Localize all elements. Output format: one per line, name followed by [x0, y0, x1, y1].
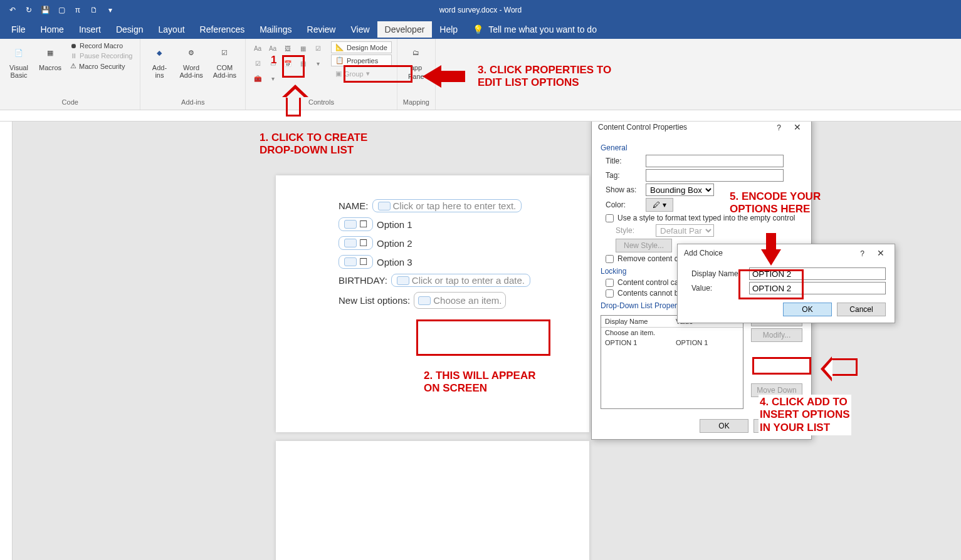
lightbulb-icon: 💡: [473, 24, 483, 34]
properties-icon: 📋: [335, 56, 344, 65]
tab-view[interactable]: View: [343, 21, 377, 38]
ribbon-group-controls: Aa Aa 🖼 ▦ ☑ ☑ ▭ 📅 ▤ ▾ 🧰 ▾ 📐Design Mode 📋…: [246, 39, 397, 110]
legacy-tools-drop-icon[interactable]: ▾: [266, 71, 280, 85]
option2-row: ☐Option 2: [339, 236, 577, 250]
remove-checkbox[interactable]: [606, 255, 614, 263]
style-label: Style:: [616, 226, 651, 235]
option3-checkbox[interactable]: ☐: [339, 255, 373, 269]
cc-handle-icon: [378, 202, 391, 210]
tab-help[interactable]: Help: [432, 21, 465, 38]
option2-checkbox[interactable]: ☐: [339, 236, 373, 250]
horizontal-ruler[interactable]: [0, 110, 961, 122]
repeating-control-icon[interactable]: ▤: [296, 56, 310, 70]
addins-button[interactable]: ◆Add- ins: [145, 41, 173, 80]
tab-developer[interactable]: Developer: [377, 21, 433, 38]
save-icon[interactable]: 💾: [39, 4, 51, 16]
richtext-control-icon[interactable]: Aa: [251, 41, 265, 55]
date-control-icon[interactable]: 📅: [281, 56, 295, 70]
macro-security-button[interactable]: ⚠Macro Security: [68, 61, 135, 71]
tab-references[interactable]: References: [192, 21, 253, 38]
birthday-content-control[interactable]: Click or tap to enter a date.: [391, 274, 530, 287]
macros-button[interactable]: ▦Macros: [35, 41, 65, 73]
name-content-control[interactable]: Click or tap here to enter text.: [372, 199, 522, 212]
title-input[interactable]: [646, 155, 784, 167]
plaintext-control-icon[interactable]: Aa: [266, 41, 280, 55]
record-macro-button[interactable]: ⏺Record Macro: [68, 41, 135, 50]
tag-input[interactable]: [646, 169, 784, 182]
dropdown-list-box[interactable]: Display NameValue Choose an item. OPTION…: [601, 315, 743, 409]
qat-more-icon[interactable]: ▾: [104, 4, 117, 16]
checkbox-control-icon[interactable]: ☑: [311, 41, 325, 55]
visual-basic-button[interactable]: 📄Visual Basic: [5, 41, 33, 80]
record-icon: ⏺: [70, 42, 77, 49]
vertical-ruler[interactable]: [0, 122, 13, 560]
add-choice-ok-button[interactable]: OK: [783, 303, 832, 316]
group-label-mapping: Mapping: [403, 97, 429, 107]
properties-button[interactable]: 📋Properties: [331, 54, 392, 66]
lock-delete-checkbox[interactable]: [606, 279, 614, 287]
document-page-2[interactable]: [276, 441, 589, 560]
dialog-help-button[interactable]: ?: [777, 123, 781, 132]
tab-mailings[interactable]: Mailings: [252, 21, 299, 38]
ribbon: 📄Visual Basic ▦Macros ⏺Record Macro ⏸Pau…: [0, 39, 961, 110]
mapping-icon: 🗂: [406, 43, 426, 63]
document-area: NAME: Click or tap here to enter text. ☐…: [0, 122, 961, 560]
name-label: NAME:: [339, 200, 369, 211]
document-page[interactable]: NAME: Click or tap here to enter text. ☐…: [276, 175, 589, 432]
showas-label: Show as:: [606, 185, 641, 194]
list-row-placeholder[interactable]: Choose an item.: [601, 328, 743, 338]
tab-review[interactable]: Review: [300, 21, 344, 38]
use-style-label: Use a style to format text typed into th…: [617, 214, 795, 222]
tab-file[interactable]: File: [4, 21, 33, 38]
newlist-dropdown-control[interactable]: Choose an item.: [414, 292, 506, 309]
design-mode-icon: 📐: [335, 43, 344, 51]
tab-insert[interactable]: Insert: [71, 21, 108, 38]
title-label: Title:: [606, 157, 641, 165]
ribbon-group-code: 📄Visual Basic ▦Macros ⏺Record Macro ⏸Pau…: [0, 39, 140, 110]
new-style-button: New Style...: [616, 239, 672, 252]
option1-checkbox[interactable]: ☐: [339, 217, 373, 231]
combobox-control-icon[interactable]: ☑: [251, 56, 265, 70]
color-picker-button[interactable]: 🖊 ▾: [646, 198, 673, 212]
group-label-code: Code: [62, 97, 78, 107]
add-choice-close-button[interactable]: ✕: [873, 248, 888, 258]
ribbon-tabs: File Home Insert Design Layout Reference…: [0, 20, 961, 39]
ccprops-ok-button[interactable]: OK: [700, 419, 748, 433]
word-addins-button[interactable]: ⚙Word Add-ins: [176, 41, 206, 80]
tell-me-label: Tell me what you want to do: [488, 24, 597, 34]
ccprops-cancel-button[interactable]: Cancel: [754, 419, 802, 433]
picture-control-icon[interactable]: 🖼: [281, 41, 295, 55]
quickparts-icon[interactable]: ▢: [55, 4, 68, 16]
undo-icon[interactable]: ↶: [6, 4, 19, 16]
value-input[interactable]: [749, 282, 886, 294]
legacy-tools-icon[interactable]: 🧰: [251, 71, 265, 85]
newdoc-icon[interactable]: 🗋: [88, 4, 100, 16]
option3-row: ☐Option 3: [339, 255, 577, 269]
buildingblock-control-icon[interactable]: ▦: [296, 41, 310, 55]
tab-home[interactable]: Home: [33, 21, 71, 38]
pause-recording-button[interactable]: ⏸Pause Recording: [68, 51, 135, 60]
dialog-close-button[interactable]: ✕: [790, 122, 805, 132]
annotation-5-arrow: [761, 249, 781, 266]
option1-row: ☐Option 1: [339, 217, 577, 231]
lock-edit-checkbox[interactable]: [606, 289, 614, 298]
display-name-input[interactable]: [749, 267, 886, 280]
tab-layout[interactable]: Layout: [151, 21, 192, 38]
list-row-option1[interactable]: OPTION 1OPTION 1: [601, 338, 743, 348]
add-choice-title: Add Choice: [684, 249, 723, 257]
redo-icon[interactable]: ↻: [23, 4, 35, 16]
equation-icon[interactable]: π: [71, 4, 84, 16]
legacy-control-icon[interactable]: ▾: [311, 56, 325, 70]
showas-select[interactable]: Bounding Box: [646, 184, 714, 196]
add-choice-cancel-button[interactable]: Cancel: [837, 303, 886, 316]
dropdown-control-icon[interactable]: ▭: [266, 56, 280, 70]
group-button[interactable]: ▣Group ▾: [331, 68, 392, 80]
tell-me-search[interactable]: 💡 Tell me what you want to do: [473, 24, 597, 34]
visual-basic-icon: 📄: [9, 43, 29, 63]
design-mode-button[interactable]: 📐Design Mode: [331, 41, 392, 53]
com-addins-button[interactable]: ☑COM Add-ins: [209, 41, 240, 80]
use-style-checkbox[interactable]: [606, 214, 614, 222]
add-choice-help-button[interactable]: ?: [860, 249, 864, 258]
birthday-row: BIRTHDAY: Click or tap to enter a date.: [339, 274, 577, 287]
tab-design[interactable]: Design: [108, 21, 151, 38]
